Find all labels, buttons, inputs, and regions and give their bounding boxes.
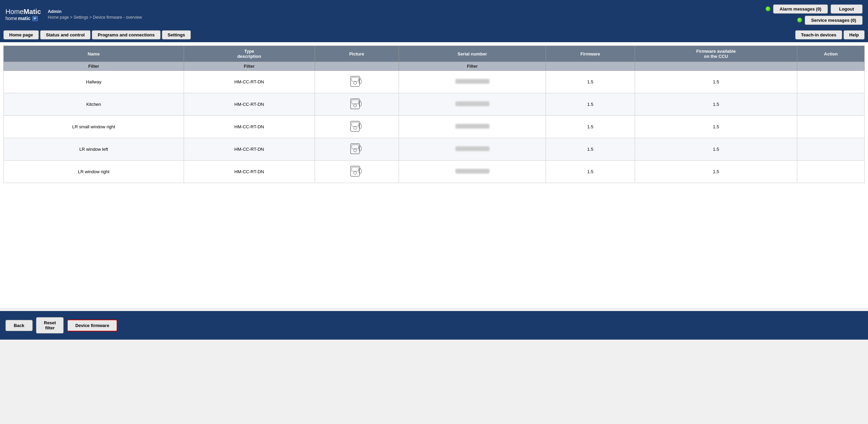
reset-filter-button[interactable]: Resetfilter [36,317,64,333]
filter-name: Filter [4,62,184,71]
firmware-table: Name Typedescription Picture Serial numb… [3,46,865,183]
cell-type: HM-CC-RT-DN [184,161,315,183]
svg-rect-43 [359,169,361,173]
service-button[interactable]: Service messages (0) [805,16,863,25]
logo: HomeMatic homematic IP [5,7,41,21]
nav-teach-in[interactable]: Teach-in devices [795,30,842,39]
device-firmware-button[interactable]: Device firmware [67,320,117,331]
footer: Back Resetfilter Device firmware [0,311,868,340]
cell-name: LR small window right [4,116,184,138]
header: HomeMatic homematic IP Admin Home page >… [0,0,868,29]
cell-firmware-ccu: 1.5 [635,116,797,138]
alarm-indicator [766,6,770,11]
cell-action [797,161,865,183]
table-row: LR window right HM-CC-RT-DN 1.5 1.5 [4,161,865,183]
filter-action-empty [797,62,865,71]
cell-name: LR window left [4,138,184,161]
table-row: LR window left HM-CC-RT-DN 1.5 1.5 [4,138,865,161]
svg-rect-25 [359,124,361,128]
svg-rect-1 [352,77,358,81]
table-filter-row: Filter Filter Filter [4,62,865,71]
alarm-row: Alarm messages (0) [766,4,828,14]
filter-type: Filter [184,62,315,71]
nav-settings[interactable]: Settings [162,30,191,39]
back-button[interactable]: Back [5,320,33,331]
nav-help[interactable]: Help [844,30,865,39]
col-serial: Serial number [399,46,546,62]
svg-rect-37 [352,167,358,171]
nav-status[interactable]: Status and control [40,30,90,39]
table-row: Hallway HM-CC-RT-DN 1.5 1.5 [4,71,865,93]
cell-firmware-ccu: 1.5 [635,71,797,93]
svg-rect-28 [352,145,358,149]
svg-point-2 [354,82,356,84]
nav-programs[interactable]: Programs and connections [92,30,161,39]
serial-blurred [455,169,489,174]
svg-point-20 [354,127,356,129]
service-indicator [797,18,802,22]
cell-firmware-ccu: 1.5 [635,138,797,161]
cell-name: Kitchen [4,93,184,116]
cell-type: HM-CC-RT-DN [184,116,315,138]
col-firmware: Firmware [546,46,635,62]
cell-picture [315,71,399,93]
logo-home2: home [5,16,17,21]
cell-action [797,116,865,138]
device-icon [348,95,365,112]
cell-firmware-ccu: 1.5 [635,93,797,116]
navbar-left: Home page Status and control Programs an… [3,30,191,39]
logo-top: HomeMatic [5,7,41,16]
cell-type: HM-CC-RT-DN [184,138,315,161]
svg-rect-34 [359,146,361,151]
col-firmware-ccu: Firmware availableon the CCU [635,46,797,62]
filter-serial: Filter [399,62,546,71]
cell-name: LR window right [4,161,184,183]
navbar: Home page Status and control Programs an… [0,29,868,42]
cell-firmware: 1.5 [546,71,635,93]
serial-blurred [455,124,489,129]
col-picture: Picture [315,46,399,62]
logo-matic: Matic [23,8,41,15]
svg-point-29 [354,149,356,152]
nav-home[interactable]: Home page [3,30,39,39]
device-icon [348,163,365,180]
alarm-button[interactable]: Alarm messages (0) [773,4,828,14]
svg-rect-10 [352,100,358,104]
cell-serial [399,93,546,116]
svg-rect-7 [359,79,361,83]
table-row: Kitchen HM-CC-RT-DN 1.5 1.5 [4,93,865,116]
cell-firmware: 1.5 [546,161,635,183]
table-header-row: Name Typedescription Picture Serial numb… [4,46,865,62]
logo-bottom: homematic IP [5,16,41,21]
filter-firmware-ccu-empty [635,62,797,71]
cell-serial [399,71,546,93]
serial-blurred [455,79,489,84]
cell-serial [399,161,546,183]
cell-firmware: 1.5 [546,138,635,161]
header-top-buttons: Alarm messages (0) Logout [766,4,863,14]
admin-label: Admin [48,9,142,14]
header-info: Admin Home page > Settings > Device firm… [48,9,142,20]
logout-button[interactable]: Logout [831,4,863,14]
svg-rect-16 [359,101,361,106]
device-icon [348,118,365,135]
cell-type: HM-CC-RT-DN [184,71,315,93]
cell-picture [315,161,399,183]
logo-home: Home [5,8,23,15]
cell-firmware-ccu: 1.5 [635,161,797,183]
svg-rect-19 [352,122,358,126]
col-action: Action [797,46,865,62]
filter-firmware-empty [546,62,635,71]
cell-action [797,71,865,93]
col-type: Typedescription [184,46,315,62]
filter-picture-empty [315,62,399,71]
cell-picture [315,116,399,138]
cell-serial [399,138,546,161]
svg-point-38 [354,172,356,174]
table-row: LR small window right HM-CC-RT-DN 1.5 1.… [4,116,865,138]
logo-ip-badge: IP [32,16,38,21]
serial-blurred [455,101,489,106]
header-left: HomeMatic homematic IP Admin Home page >… [5,7,142,21]
cell-picture [315,138,399,161]
serial-blurred [455,146,489,151]
